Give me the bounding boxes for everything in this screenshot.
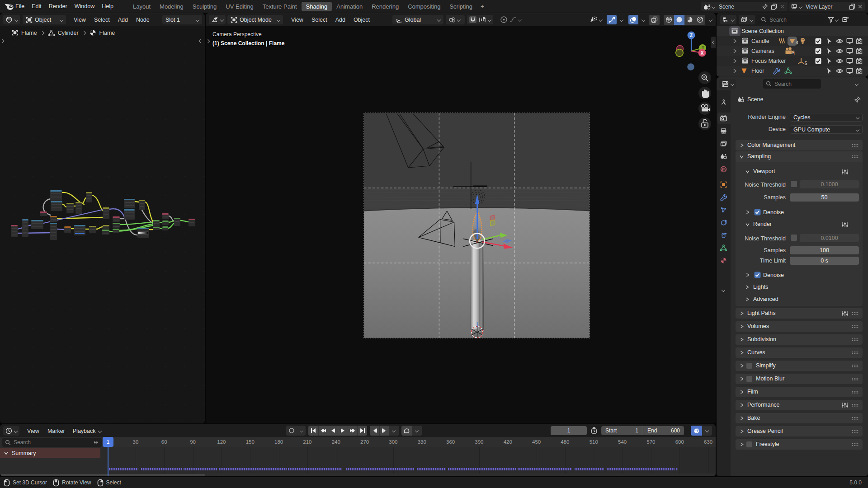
svg-text:4: 4 [796, 40, 798, 45]
svg-text:4: 4 [793, 51, 795, 56]
svg-text:Z: Z [690, 33, 693, 38]
svg-text:Y: Y [702, 45, 704, 50]
svg-text:X: X [701, 51, 704, 56]
svg-text:5: 5 [805, 61, 807, 66]
